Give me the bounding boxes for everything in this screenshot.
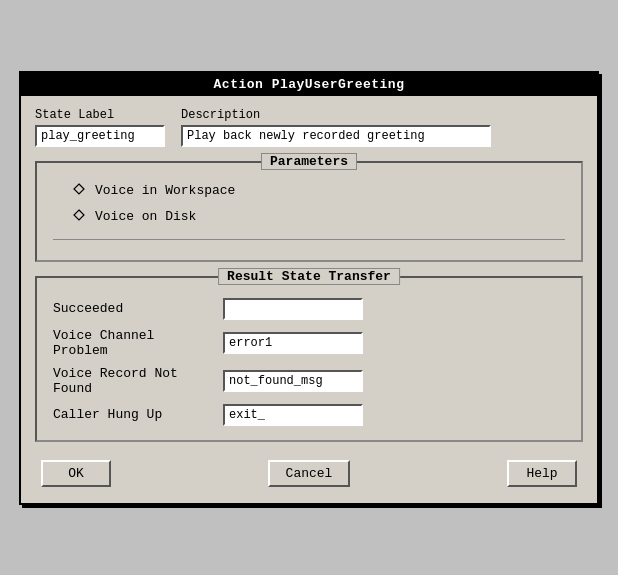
state-label-input[interactable] xyxy=(35,125,165,147)
diamond-icon-workspace xyxy=(73,183,85,199)
state-label-group: State Label xyxy=(35,108,165,147)
svg-marker-0 xyxy=(74,184,84,194)
description-label: Description xyxy=(181,108,491,122)
description-input[interactable] xyxy=(181,125,491,147)
dialog-title: Action PlayUserGreeting xyxy=(214,77,405,92)
dialog-body: State Label Description Parameters Voice… xyxy=(21,96,597,503)
parameters-radio-group: Voice in Workspace Voice on Disk xyxy=(53,183,565,225)
result-legend: Result State Transfer xyxy=(218,268,400,285)
result-row-succeeded: Succeeded xyxy=(53,298,565,320)
state-label-label: State Label xyxy=(35,108,165,122)
caller-hung-label: Caller Hung Up xyxy=(53,407,213,422)
title-bar: Action PlayUserGreeting xyxy=(21,73,597,96)
voice-record-input[interactable] xyxy=(223,370,363,392)
voice-disk-item: Voice on Disk xyxy=(73,209,565,225)
separator xyxy=(53,239,565,240)
parameters-section: Parameters Voice in Workspace xyxy=(35,161,583,262)
succeeded-label: Succeeded xyxy=(53,301,213,316)
result-row-voice-record: Voice Record Not Found xyxy=(53,366,565,396)
top-fields-row: State Label Description xyxy=(35,108,583,147)
voice-record-label: Voice Record Not Found xyxy=(53,366,213,396)
ok-button[interactable]: OK xyxy=(41,460,111,487)
result-row-voice-channel: Voice Channel Problem xyxy=(53,328,565,358)
result-rows: Succeeded Voice Channel Problem Voice Re… xyxy=(53,298,565,426)
succeeded-input[interactable] xyxy=(223,298,363,320)
help-button[interactable]: Help xyxy=(507,460,577,487)
voice-disk-label: Voice on Disk xyxy=(95,209,196,224)
main-dialog: Action PlayUserGreeting State Label Desc… xyxy=(19,71,599,505)
caller-hung-input[interactable] xyxy=(223,404,363,426)
voice-workspace-item: Voice in Workspace xyxy=(73,183,565,199)
svg-marker-1 xyxy=(74,210,84,220)
voice-channel-input[interactable] xyxy=(223,332,363,354)
parameters-legend: Parameters xyxy=(261,153,357,170)
description-group: Description xyxy=(181,108,491,147)
result-state-transfer-section: Result State Transfer Succeeded Voice Ch… xyxy=(35,276,583,442)
button-row: OK Cancel Help xyxy=(35,456,583,491)
cancel-button[interactable]: Cancel xyxy=(268,460,351,487)
voice-workspace-label: Voice in Workspace xyxy=(95,183,235,198)
voice-channel-label: Voice Channel Problem xyxy=(53,328,213,358)
result-row-caller-hung: Caller Hung Up xyxy=(53,404,565,426)
diamond-icon-disk xyxy=(73,209,85,225)
